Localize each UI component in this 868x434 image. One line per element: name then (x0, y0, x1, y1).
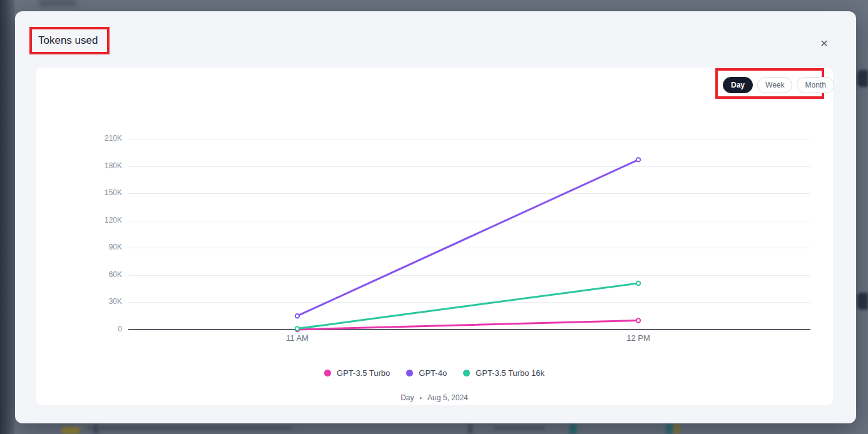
chart-series-layer (36, 68, 833, 405)
gridline (128, 221, 810, 221)
legend-label: GPT-3.5 Turbo (337, 368, 390, 378)
data-point (636, 318, 640, 322)
y-tick-label: 90K (36, 243, 122, 251)
data-point (295, 326, 299, 330)
close-icon[interactable]: × (816, 35, 832, 51)
background-blur-element (674, 424, 680, 434)
chart-legend: GPT-3.5 TurboGPT-4oGPT-3.5 Turbo 16k (36, 368, 833, 378)
title-highlight-box: Tokens used (29, 27, 110, 54)
chart-caption: Day • Aug 5, 2024 (36, 393, 833, 402)
background-blur-element (494, 426, 544, 430)
data-point (295, 328, 299, 331)
caption-date: Aug 5, 2024 (427, 393, 468, 402)
x-axis-line (128, 329, 810, 330)
legend-dot-icon (463, 370, 470, 376)
gridline (128, 275, 810, 276)
range-toggle-group: DayWeekMonth (723, 77, 834, 93)
legend-item-gpt-3-5-turbo-16k[interactable]: GPT-3.5 Turbo 16k (463, 368, 544, 378)
chart-card: DayWeekMonth 030K60K90K120K150K180K210K1… (36, 68, 833, 405)
y-tick-label: 180K (36, 161, 122, 170)
background-side-widget (857, 293, 868, 310)
caption-separator: • (420, 395, 422, 401)
x-tick-label: 12 PM (610, 333, 666, 343)
background-blur-element (86, 426, 293, 430)
legend-item-gpt-4o[interactable]: GPT-4o (406, 368, 447, 378)
range-toggle-week[interactable]: Week (757, 77, 792, 93)
series-line (297, 159, 638, 316)
background-blur-element (61, 427, 80, 434)
gridline (128, 139, 810, 139)
background-blur-element (39, 0, 76, 6)
range-toggle-day[interactable]: Day (723, 77, 753, 93)
caption-period: Day (401, 393, 414, 402)
tokens-used-modal: Tokens used × DayWeekMonth 030K60K90K120… (15, 11, 856, 423)
series-line (297, 320, 638, 330)
data-point (636, 281, 640, 285)
y-tick-label: 60K (36, 270, 122, 279)
legend-dot-icon (324, 370, 331, 376)
series-line (297, 283, 638, 329)
y-tick-label: 150K (36, 188, 122, 197)
gridline (128, 302, 810, 303)
y-tick-label: 210K (36, 134, 122, 143)
range-toggle-month[interactable]: Month (797, 77, 834, 93)
legend-label: GPT-3.5 Turbo 16k (476, 368, 544, 378)
y-tick-label: 120K (36, 216, 122, 225)
y-tick-label: 0 (36, 325, 122, 333)
data-point (636, 158, 640, 161)
gridline (128, 193, 810, 194)
y-tick-label: 30K (36, 297, 122, 306)
gridline (128, 248, 810, 248)
background-blur-element (569, 424, 576, 434)
legend-dot-icon (406, 370, 413, 376)
background-blur-element (666, 424, 673, 434)
legend-label: GPT-4o (419, 368, 447, 378)
x-tick-label: 11 AM (269, 333, 325, 343)
page-left-edge (0, 0, 15, 434)
line-chart: 030K60K90K120K150K180K210K11 AM12 PM (36, 68, 833, 405)
background-side-widget (857, 70, 868, 87)
legend-item-gpt-3-5-turbo[interactable]: GPT-3.5 Turbo (324, 368, 390, 378)
data-point (295, 314, 299, 318)
background-blur-element (94, 424, 98, 434)
page-title: Tokens used (38, 34, 98, 47)
background-blur-element (468, 424, 472, 434)
gridline (128, 166, 810, 167)
